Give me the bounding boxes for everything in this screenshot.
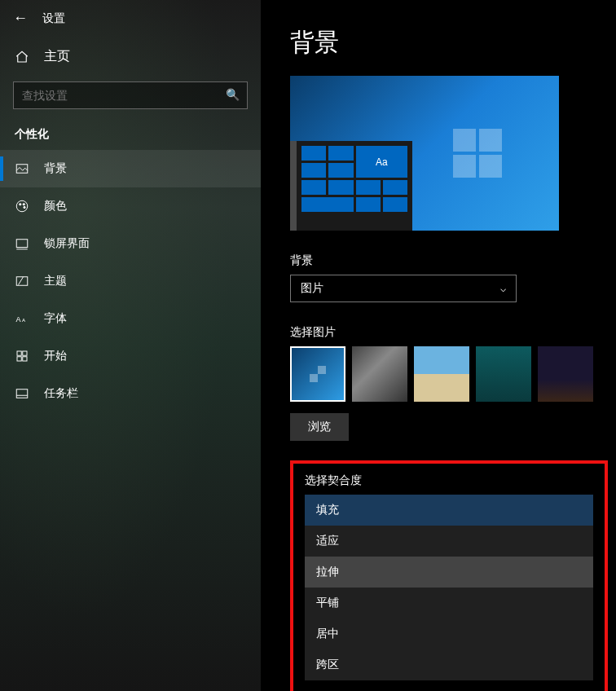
svg-rect-5 xyxy=(16,240,28,248)
svg-text:A: A xyxy=(16,315,21,323)
background-type-dropdown[interactable]: 图片 ⌵ xyxy=(290,275,517,302)
sidebar-item-start[interactable]: 开始 xyxy=(0,337,261,375)
fit-listbox: 填充 适应 拉伸 平铺 居中 跨区 xyxy=(305,495,593,680)
choose-image-label: 选择图片 xyxy=(290,325,616,340)
svg-point-2 xyxy=(20,204,21,205)
svg-point-4 xyxy=(24,206,25,208)
main-content: 背景 Aa 背景 图片 ⌵ 选择图片 浏览 选择契合度 填充 适应 xyxy=(261,0,616,691)
chevron-down-icon: ⌵ xyxy=(500,283,506,294)
background-preview: Aa xyxy=(290,76,559,231)
lockscreen-icon xyxy=(15,236,29,251)
app-title: 设置 xyxy=(42,11,65,26)
search-icon[interactable]: 🔍 xyxy=(226,88,240,101)
home-icon xyxy=(15,50,29,64)
titlebar: ← 设置 xyxy=(0,0,261,37)
thumbnail-3[interactable] xyxy=(476,346,531,402)
page-title: 背景 xyxy=(290,26,616,59)
image-icon xyxy=(15,161,29,176)
sidebar-item-label: 字体 xyxy=(44,311,67,326)
thumbnail-0[interactable] xyxy=(290,346,345,402)
sidebar-item-taskbar[interactable]: 任务栏 xyxy=(0,375,261,412)
sidebar-item-label: 背景 xyxy=(44,161,67,176)
sidebar-item-label: 任务栏 xyxy=(44,386,78,401)
taskbar-icon xyxy=(15,386,29,401)
background-label: 背景 xyxy=(290,253,616,268)
preview-sample-window: Aa xyxy=(290,141,412,231)
back-icon[interactable]: ← xyxy=(13,10,28,27)
sidebar-item-background[interactable]: 背景 xyxy=(0,150,261,187)
fit-option-span[interactable]: 跨区 xyxy=(305,649,593,680)
sidebar-item-label: 主题 xyxy=(44,274,67,288)
fit-option-fill[interactable]: 填充 xyxy=(305,495,593,526)
sidebar-item-label: 锁屏界面 xyxy=(44,236,90,251)
preview-aa: Aa xyxy=(356,146,408,178)
sidebar-home[interactable]: 主页 xyxy=(0,37,261,77)
sidebar-item-fonts[interactable]: AA 字体 xyxy=(0,300,261,337)
font-icon: AA xyxy=(15,311,29,326)
sidebar-item-themes[interactable]: 主题 xyxy=(0,262,261,300)
thumbnail-1[interactable] xyxy=(352,346,407,402)
search-row: 🔍 xyxy=(13,81,248,109)
theme-icon xyxy=(15,274,29,288)
svg-point-3 xyxy=(23,204,24,205)
fit-option-tile[interactable]: 平铺 xyxy=(305,588,593,618)
thumbnail-2[interactable] xyxy=(414,346,469,402)
svg-rect-10 xyxy=(23,351,27,355)
section-label: 个性化 xyxy=(15,127,246,142)
image-thumbnails xyxy=(290,346,616,402)
dropdown-value: 图片 xyxy=(301,281,323,296)
fit-label: 选择契合度 xyxy=(305,473,593,488)
sidebar-item-lockscreen[interactable]: 锁屏界面 xyxy=(0,225,261,262)
fit-highlight-box: 选择契合度 填充 适应 拉伸 平铺 居中 跨区 xyxy=(290,460,608,691)
svg-point-1 xyxy=(16,200,28,212)
fit-option-stretch[interactable]: 拉伸 xyxy=(305,557,593,588)
sidebar-item-label: 开始 xyxy=(44,349,67,363)
thumbnail-4[interactable] xyxy=(538,346,593,402)
windows-logo-icon xyxy=(453,129,502,178)
svg-rect-9 xyxy=(17,351,21,355)
svg-rect-12 xyxy=(23,357,27,361)
sidebar-item-label: 颜色 xyxy=(44,199,67,213)
start-icon xyxy=(15,349,29,363)
svg-rect-13 xyxy=(16,390,28,398)
palette-icon xyxy=(15,199,29,213)
browse-button[interactable]: 浏览 xyxy=(290,413,349,441)
sidebar-item-colors[interactable]: 颜色 xyxy=(0,187,261,225)
sidebar: ← 设置 主页 🔍 个性化 背景 颜色 锁屏界面 主题 AA 字体 开始 任务栏 xyxy=(0,0,261,691)
home-label: 主页 xyxy=(44,48,70,65)
search-input[interactable] xyxy=(13,81,248,109)
fit-option-fit[interactable]: 适应 xyxy=(305,526,593,557)
fit-option-center[interactable]: 居中 xyxy=(305,618,593,649)
svg-rect-11 xyxy=(17,357,21,361)
svg-text:A: A xyxy=(22,318,25,323)
